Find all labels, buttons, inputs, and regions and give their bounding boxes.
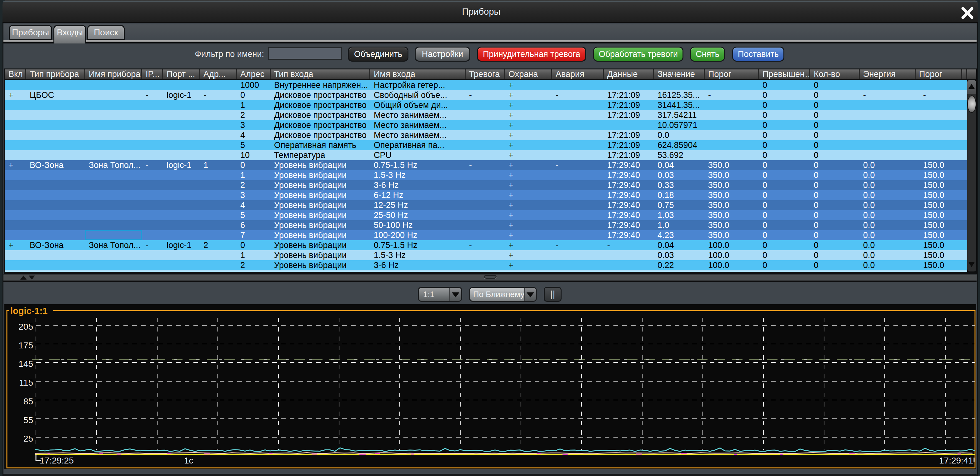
svg-text:205: 205 (18, 322, 33, 332)
svg-text:55: 55 (24, 415, 33, 425)
svg-text:25: 25 (24, 434, 33, 444)
svg-text:17:29:25: 17:29:25 (40, 456, 74, 465)
svg-text:115: 115 (19, 378, 33, 388)
svg-text:85: 85 (24, 396, 33, 406)
svg-text:logic-1:1: logic-1:1 (10, 306, 48, 316)
svg-text:175: 175 (18, 340, 33, 350)
svg-text:17:29:41: 17:29:41 (939, 456, 973, 465)
svg-text:1c: 1c (184, 456, 193, 465)
svg-text:145: 145 (18, 359, 33, 369)
